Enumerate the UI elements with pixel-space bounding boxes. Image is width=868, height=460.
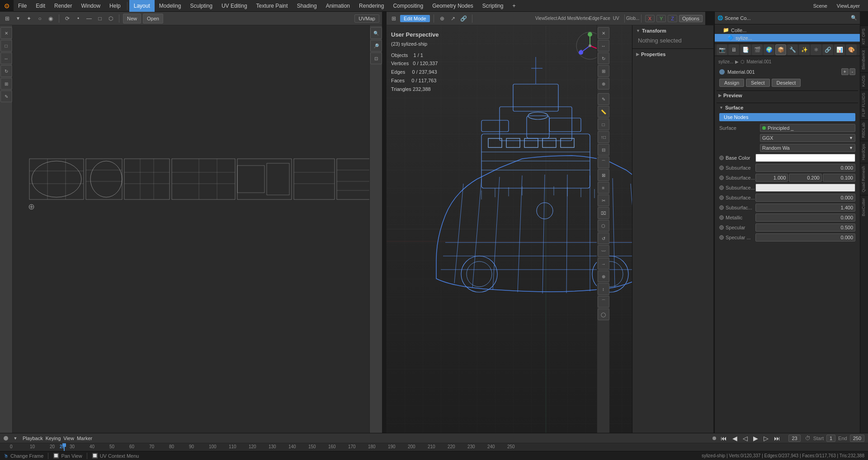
vp-bisect-tool[interactable]: ⌧ (598, 207, 609, 219)
timeline-menu-btn[interactable]: ▼ (11, 434, 20, 443)
vp-transform-tool[interactable]: ⊕ (598, 78, 609, 90)
subsurface3-color[interactable] (755, 184, 855, 192)
preview-header[interactable]: ▶ Preview (718, 93, 856, 98)
current-frame-display[interactable]: 23 (788, 435, 800, 442)
object-item[interactable]: 🔷 sylize... (715, 34, 860, 42)
render-props-icon[interactable]: 📷 (717, 44, 727, 55)
uv-view-menu[interactable]: ▼ (14, 14, 23, 23)
vp-inset-tool[interactable]: ⊟ (598, 144, 609, 156)
specular2-value[interactable]: 0.000 (755, 233, 855, 242)
workspace-texture-paint[interactable]: Texture Paint (252, 0, 292, 12)
vp-knife-tool[interactable]: ✂ (598, 194, 609, 206)
uv-annotate-tool[interactable]: ✎ (0, 90, 12, 102)
vp-annotate-tool[interactable]: ✎ (598, 93, 609, 105)
addon-tab-kaos[interactable]: KAOS (860, 72, 868, 90)
vp-shrink-fatten[interactable]: ⊕ (598, 270, 609, 282)
specular-value[interactable]: 0.500 (755, 223, 855, 232)
viewport-transform-icon[interactable]: ↗ (448, 14, 458, 23)
subsurface2-val3[interactable]: 0.100 (823, 174, 855, 182)
vp-select-menu[interactable]: Select (547, 14, 556, 23)
select-button[interactable]: Select (746, 79, 770, 87)
play-reverse-btn[interactable]: ◁ (741, 435, 750, 442)
keying-menu[interactable]: Keying (46, 436, 61, 441)
subsurface4-value[interactable]: 0.000 (755, 194, 855, 202)
subsurface2-val2[interactable]: 0.200 (789, 174, 821, 182)
vp-offset-tool[interactable]: ≡ (598, 182, 609, 194)
addon-tab-hardops[interactable]: HardOps (860, 141, 868, 163)
uv-overlay-icon[interactable]: ○ (35, 14, 44, 23)
material-new-btn[interactable]: + (841, 68, 849, 75)
subsurface2-val1[interactable]: 1.000 (755, 174, 788, 182)
uv-tool-icon[interactable]: ◉ (46, 14, 55, 23)
random-walk-dropdown[interactable]: Random Wa ▼ (760, 144, 855, 152)
vp-poly-build[interactable]: ⬡ (598, 220, 609, 232)
uv-sync-icon[interactable]: ⟳ (63, 14, 72, 23)
metallic-socket[interactable] (719, 215, 724, 220)
scene-collection-label[interactable]: Scene Co... (725, 15, 750, 21)
vp-edge-slide[interactable]: → (598, 258, 609, 270)
assign-button[interactable]: Assign (719, 79, 744, 87)
world-props-icon[interactable]: 🌍 (764, 44, 774, 55)
menu-window[interactable]: Window (76, 0, 105, 12)
new-button[interactable]: New (123, 14, 141, 24)
uv-select-tool[interactable]: □ (0, 40, 12, 52)
addon-tab-flip-fluids[interactable]: FLIP FLUIDS (860, 90, 868, 119)
uv-editor-icon[interactable]: ⊞ (3, 14, 12, 23)
collection-item[interactable]: 📁 Colle... (715, 26, 860, 34)
vp-push-pull[interactable]: ↕ (598, 283, 609, 295)
subsurface4-socket[interactable] (719, 195, 724, 200)
base-color-socket[interactable] (719, 156, 724, 160)
uv-zoom-in[interactable]: 🔍 (370, 27, 382, 39)
playback-menu[interactable]: Playback (23, 436, 43, 441)
view-layer-props-icon[interactable]: 📑 (740, 44, 751, 55)
menu-render[interactable]: Render (50, 0, 76, 12)
z-constraint[interactable]: Z (668, 15, 677, 22)
uv-vertex-icon[interactable]: • (74, 14, 83, 23)
uv-move-tool[interactable]: ↔ (0, 52, 12, 64)
uv-zoom-out[interactable]: 🔎 (370, 40, 382, 52)
vp-loop-cut-tool[interactable]: ⊠ (598, 169, 609, 181)
subsurface3-socket[interactable] (719, 185, 724, 190)
options-btn[interactable]: Options (679, 15, 703, 22)
material-props-icon[interactable]: 🎨 (846, 44, 857, 55)
menu-edit[interactable]: Edit (31, 0, 50, 12)
workspace-animation[interactable]: Animation (321, 0, 354, 12)
uv-canvas[interactable]: ⊕ ✕ □ ↔ ↻ ⊞ ✎ 🔍 🔎 ⊡ (0, 25, 382, 433)
deselect-button[interactable]: Deselect (772, 79, 801, 87)
subsurface-aniso-socket[interactable] (719, 205, 724, 210)
scene-props-icon[interactable]: 🎬 (752, 44, 763, 55)
vp-spin-tool[interactable]: ↺ (598, 232, 609, 244)
filter-icon[interactable]: 🔍 (851, 15, 857, 21)
vp-gizmo-menu[interactable]: Glob... (628, 14, 637, 23)
vp-to-sphere[interactable]: ◯ (598, 308, 609, 320)
addon-tab-boxcutter[interactable]: BoxCutter (860, 195, 868, 219)
surface-header[interactable]: ▼ Surface (719, 105, 855, 110)
open-button[interactable]: Open (143, 14, 163, 24)
metallic-value[interactable]: 0.000 (755, 213, 855, 222)
vp-edge-menu[interactable]: Edge (590, 14, 599, 23)
play-btn[interactable]: ▶ (751, 435, 760, 442)
view-menu[interactable]: View (63, 436, 74, 441)
workspace-geometry-nodes[interactable]: Geometry Nodes (428, 0, 478, 12)
menu-file[interactable]: File (14, 0, 31, 12)
workspace-layout[interactable]: Layout (129, 0, 155, 12)
vp-mesh-menu[interactable]: Mesh (568, 14, 577, 23)
data-props-icon[interactable]: 📊 (834, 44, 845, 55)
go-start-btn[interactable]: ⏮ (719, 435, 729, 442)
workspace-shading[interactable]: Shading (292, 0, 321, 12)
transform-header[interactable]: ▼ Transform (636, 28, 710, 33)
constraints-props-icon[interactable]: 🔗 (822, 44, 833, 55)
vp-scale-tool[interactable]: ⊞ (598, 65, 609, 77)
ggx-dropdown[interactable]: GGX ▼ (760, 134, 855, 142)
vp-add-menu[interactable]: Add (557, 14, 566, 23)
vp-uv-menu[interactable]: UV (612, 14, 621, 23)
uv-frame-all[interactable]: ⊡ (370, 52, 382, 64)
vp-bevel-tool[interactable]: ⌒ (598, 156, 609, 168)
vp-smooth-tool[interactable]: 〰 (598, 245, 609, 257)
start-frame-input[interactable]: 1 (826, 435, 835, 442)
uv-face-icon[interactable]: □ (95, 14, 104, 23)
subsurface-value[interactable]: 0.000 (755, 164, 855, 172)
surface-value-display[interactable]: Principled _ (760, 124, 855, 132)
addon-tab-kitops[interactable]: KIT OPS (860, 25, 868, 47)
particles-props-icon[interactable]: ✨ (799, 44, 810, 55)
